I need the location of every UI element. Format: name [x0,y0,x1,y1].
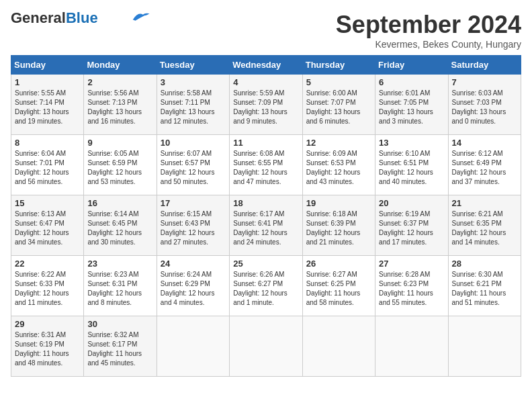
col-saturday: Saturday [448,56,521,75]
calendar-week-row: 1 Sunrise: 5:55 AMSunset: 7:14 PMDayligh… [11,75,521,135]
col-monday: Monday [84,56,157,75]
table-row: 22 Sunrise: 6:22 AMSunset: 6:33 PMDaylig… [11,256,84,316]
table-row: 3 Sunrise: 5:58 AMSunset: 7:11 PMDayligh… [157,75,229,135]
table-row: 28 Sunrise: 6:30 AMSunset: 6:21 PMDaylig… [448,256,521,316]
table-row: 24 Sunrise: 6:24 AMSunset: 6:29 PMDaylig… [157,256,229,316]
table-row: 7 Sunrise: 6:03 AMSunset: 7:03 PMDayligh… [448,75,521,135]
col-friday: Friday [375,56,448,75]
table-row: 5 Sunrise: 6:00 AMSunset: 7:07 PMDayligh… [302,75,375,135]
table-row: 27 Sunrise: 6:28 AMSunset: 6:23 PMDaylig… [375,256,448,316]
location-title: Kevermes, Bekes County, Hungary [336,39,521,50]
table-row: 20 Sunrise: 6:19 AMSunset: 6:37 PMDaylig… [375,195,448,256]
calendar-table: Sunday Monday Tuesday Wednesday Thursday… [11,55,521,377]
table-row: 30 Sunrise: 6:32 AMSunset: 6:17 PMDaylig… [84,316,157,377]
table-row: 4 Sunrise: 5:59 AMSunset: 7:09 PMDayligh… [230,75,302,135]
table-row: 8 Sunrise: 6:04 AMSunset: 7:01 PMDayligh… [11,135,84,195]
title-section: September 2024 Kevermes, Bekes County, H… [336,11,521,50]
table-row: 29 Sunrise: 6:31 AMSunset: 6:19 PMDaylig… [11,316,84,377]
col-wednesday: Wednesday [230,56,302,75]
logo-text: GeneralBlue [11,11,98,26]
calendar-week-row: 29 Sunrise: 6:31 AMSunset: 6:19 PMDaylig… [11,316,521,377]
table-row: 14 Sunrise: 6:12 AMSunset: 6:49 PMDaylig… [448,135,521,195]
calendar-week-row: 15 Sunrise: 6:13 AMSunset: 6:47 PMDaylig… [11,195,521,256]
logo: GeneralBlue [11,11,150,26]
table-row: 12 Sunrise: 6:09 AMSunset: 6:53 PMDaylig… [302,135,375,195]
header-row: Sunday Monday Tuesday Wednesday Thursday… [11,56,521,75]
table-row: 19 Sunrise: 6:18 AMSunset: 6:39 PMDaylig… [302,195,375,256]
table-row: 18 Sunrise: 6:17 AMSunset: 6:41 PMDaylig… [230,195,302,256]
calendar-week-row: 22 Sunrise: 6:22 AMSunset: 6:33 PMDaylig… [11,256,521,316]
table-row: 11 Sunrise: 6:08 AMSunset: 6:55 PMDaylig… [230,135,302,195]
table-row: 1 Sunrise: 5:55 AMSunset: 7:14 PMDayligh… [11,75,84,135]
col-sunday: Sunday [11,56,84,75]
table-row: 25 Sunrise: 6:26 AMSunset: 6:27 PMDaylig… [230,256,302,316]
table-row [157,316,229,377]
table-row: 10 Sunrise: 6:07 AMSunset: 6:57 PMDaylig… [157,135,229,195]
table-row [448,316,521,377]
table-row: 26 Sunrise: 6:27 AMSunset: 6:25 PMDaylig… [302,256,375,316]
table-row: 6 Sunrise: 6:01 AMSunset: 7:05 PMDayligh… [375,75,448,135]
table-row: 16 Sunrise: 6:14 AMSunset: 6:45 PMDaylig… [84,195,157,256]
table-row [230,316,302,377]
page-header: GeneralBlue September 2024 Kevermes, Bek… [11,11,521,50]
month-title: September 2024 [336,11,521,39]
logo-bird-icon [130,10,150,24]
table-row: 2 Sunrise: 5:56 AMSunset: 7:13 PMDayligh… [84,75,157,135]
table-row: 15 Sunrise: 6:13 AMSunset: 6:47 PMDaylig… [11,195,84,256]
table-row: 9 Sunrise: 6:05 AMSunset: 6:59 PMDayligh… [84,135,157,195]
col-tuesday: Tuesday [157,56,229,75]
table-row [302,316,375,377]
table-row: 23 Sunrise: 6:23 AMSunset: 6:31 PMDaylig… [84,256,157,316]
table-row: 13 Sunrise: 6:10 AMSunset: 6:51 PMDaylig… [375,135,448,195]
table-row: 21 Sunrise: 6:21 AMSunset: 6:35 PMDaylig… [448,195,521,256]
table-row: 17 Sunrise: 6:15 AMSunset: 6:43 PMDaylig… [157,195,229,256]
table-row [375,316,448,377]
calendar-week-row: 8 Sunrise: 6:04 AMSunset: 7:01 PMDayligh… [11,135,521,195]
col-thursday: Thursday [302,56,375,75]
